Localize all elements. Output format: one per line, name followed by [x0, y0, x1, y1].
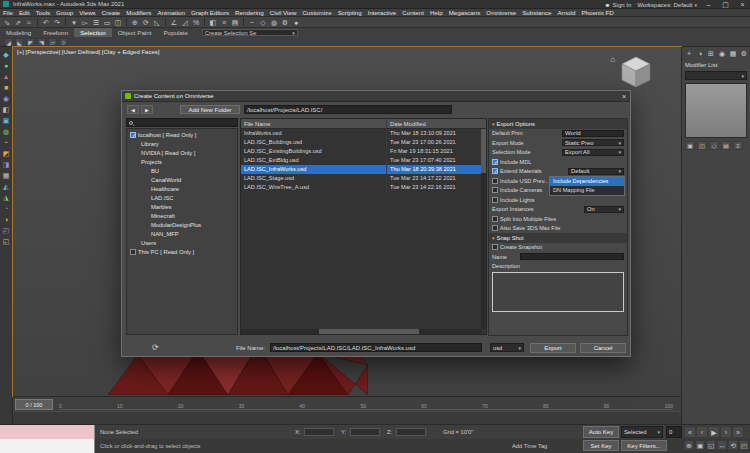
show-end-result-icon[interactable]: ◫ [697, 141, 707, 150]
home-icon[interactable]: ⌂ [610, 55, 615, 64]
export-options-header[interactable]: ▾Export Options [489, 119, 627, 129]
window-crossing-icon[interactable]: ◫ [113, 18, 123, 27]
include-usd-preview-checkbox[interactable] [492, 178, 498, 184]
menu-civil-view[interactable]: Civil View [267, 9, 300, 16]
menu-omniverse[interactable]: Omniverse [483, 9, 519, 16]
border-selection-icon[interactable]: ◤ [26, 38, 35, 46]
modifier-stack[interactable] [685, 83, 747, 138]
file-row[interactable]: LAD.ISC_Stage.usdTue Mar 23 14:17:22 202… [241, 174, 486, 183]
modifier-list-dropdown[interactable] [685, 71, 747, 80]
undo-icon[interactable]: ↶ [41, 18, 51, 27]
maxscript-mini-listener[interactable] [0, 425, 95, 440]
file-row[interactable]: LAD.ISC_WireTree_A.usdTue Mar 23 14:22:1… [241, 183, 486, 192]
create-snapshot-checkbox[interactable] [492, 244, 498, 250]
snaps-toggle-icon[interactable]: ∠ [169, 18, 179, 27]
tree-item-healthcare[interactable]: Healthcare [127, 184, 237, 193]
zoom-region-icon[interactable]: ◱ [706, 440, 716, 450]
maximize-viewport-icon[interactable]: ◰ [739, 440, 749, 450]
tree-item-projects[interactable]: Projects [127, 157, 237, 166]
tree-item-nan-mfp[interactable]: NAN_MFP [127, 229, 237, 238]
select-by-name-icon[interactable]: ☰ [91, 18, 101, 27]
left-tool-icon[interactable]: ◧ [2, 105, 11, 114]
menu-group[interactable]: Group [53, 9, 76, 16]
add-time-tag[interactable]: Add Time Tag [512, 443, 547, 449]
ribbon-tab-freeform[interactable]: Freeform [37, 28, 74, 37]
ribbon-tab-object-paint[interactable]: Object Paint [112, 28, 158, 37]
extension-dropdown[interactable]: usd [490, 343, 524, 352]
menu-content[interactable]: Content [399, 9, 427, 16]
export-mode-dropdown[interactable]: Static Prep [562, 139, 624, 146]
vertex-selection-icon[interactable]: ◢ [4, 38, 13, 46]
set-key-button[interactable]: Set Key [583, 440, 619, 451]
menu-interactive[interactable]: Interactive [365, 9, 400, 16]
menu-file[interactable]: File [0, 9, 16, 16]
snapshot-name-input[interactable] [520, 253, 624, 260]
menu-tools[interactable]: Tools [33, 9, 53, 16]
create-tab-icon[interactable]: + [684, 49, 694, 58]
close-button[interactable]: × [737, 0, 748, 9]
selection-mode-dropdown[interactable]: Export All [562, 149, 624, 156]
make-unique-icon[interactable]: ◇ [709, 141, 719, 150]
menu-arnold[interactable]: Arnold [554, 9, 578, 16]
go-to-end-icon[interactable]: » [732, 426, 744, 438]
pan-icon[interactable]: ↔ [717, 440, 727, 450]
extend-materials-dropdown[interactable]: Default [568, 168, 624, 175]
export-button[interactable]: Export [530, 343, 576, 353]
left-tool-icon[interactable]: ◉ [2, 94, 11, 103]
left-tool-icon[interactable]: ◍ [2, 127, 11, 136]
tree-item-lad-isc[interactable]: LAD.ISC [127, 193, 237, 202]
tree-item-library[interactable]: Library [127, 139, 237, 148]
tree-item-nvidia[interactable]: NVIDIA [ Read Only ] [127, 148, 237, 157]
redo-icon[interactable]: ↷ [52, 18, 62, 27]
left-tool-icon[interactable]: ● [2, 61, 11, 70]
tree-item-minecraft[interactable]: Minecraft [127, 211, 237, 220]
key-filters-button[interactable]: Key Filters... [621, 440, 667, 451]
configure-modifier-sets-icon[interactable]: ≡ [733, 141, 743, 150]
menu-scripting[interactable]: Scripting [335, 9, 365, 16]
ribbon-tab-modeling[interactable]: Modeling [0, 28, 37, 37]
left-tool-icon[interactable]: ◓ [2, 138, 11, 147]
path-input[interactable]: /localhost/Projects/LAD.ISC/ [244, 105, 452, 114]
selection-filter-dropdown[interactable]: ▾ [69, 18, 79, 27]
forward-button[interactable]: ▶ [141, 105, 153, 114]
auto-key-button[interactable]: Auto Key [583, 426, 619, 438]
play-icon[interactable]: ▶ [708, 426, 720, 438]
timeline[interactable]: 0 / 100 0102030405060708090100 [13, 396, 681, 411]
dialog-title-bar[interactable]: Create Content on Omniverse [122, 91, 630, 102]
zoom-icon[interactable]: ⊕ [684, 440, 694, 450]
title-bar[interactable]: InfraWorks.max - Autodesk 3ds Max 2021 ☻… [0, 0, 750, 9]
dialog-close-button[interactable]: × [618, 91, 630, 102]
select-and-scale-icon[interactable]: ◺ [152, 18, 162, 27]
menu-animation[interactable]: Animation [154, 9, 188, 16]
render-icon[interactable]: ● [291, 18, 301, 27]
menu-megascans[interactable]: Megascans [446, 9, 484, 16]
search-input[interactable] [126, 118, 238, 127]
motion-tab-icon[interactable]: ◉ [717, 49, 727, 58]
include-mdl-checkbox[interactable] [492, 159, 498, 165]
element-selection-icon[interactable]: ▱ [48, 38, 57, 46]
default-prim-input[interactable]: World [562, 130, 624, 137]
left-tool-icon[interactable]: ▦ [2, 171, 11, 180]
checkbox-icon[interactable] [130, 249, 136, 255]
next-frame-icon[interactable]: › [720, 426, 732, 438]
ribbon-tab-selection[interactable]: Selection [74, 28, 111, 37]
menu-phoenix-fd[interactable]: Phoenix FD [578, 9, 616, 16]
include-lights-checkbox[interactable] [492, 197, 498, 203]
create-selection-set-combo[interactable]: Create Selection Se [202, 29, 298, 36]
pin-stack-icon[interactable]: ▣ [685, 141, 695, 150]
edge-selection-icon[interactable]: ◣ [15, 38, 24, 46]
angle-snap-icon[interactable]: ◿ [180, 18, 190, 27]
left-tool-icon[interactable]: ◑ [2, 215, 11, 224]
left-tool-icon[interactable]: ◱ [2, 237, 11, 246]
menu-create[interactable]: Create [99, 9, 124, 16]
ribbon-tab-populate[interactable]: Populate [157, 28, 193, 37]
checkbox-icon[interactable] [130, 132, 136, 138]
menu-customize[interactable]: Customize [299, 9, 334, 16]
bind-to-space-warp-icon[interactable]: ≈ [24, 18, 34, 27]
add-new-folder-button[interactable]: Add New Folder [180, 105, 240, 114]
layer-manager-icon[interactable]: ▤ [230, 18, 240, 27]
tree-item-localhost[interactable]: localhost [ Read Only ] [127, 130, 237, 139]
selection-region-icon[interactable]: ▭ [102, 18, 112, 27]
snapshot-description-input[interactable] [492, 272, 624, 312]
left-tool-icon[interactable]: ◭ [2, 182, 11, 191]
